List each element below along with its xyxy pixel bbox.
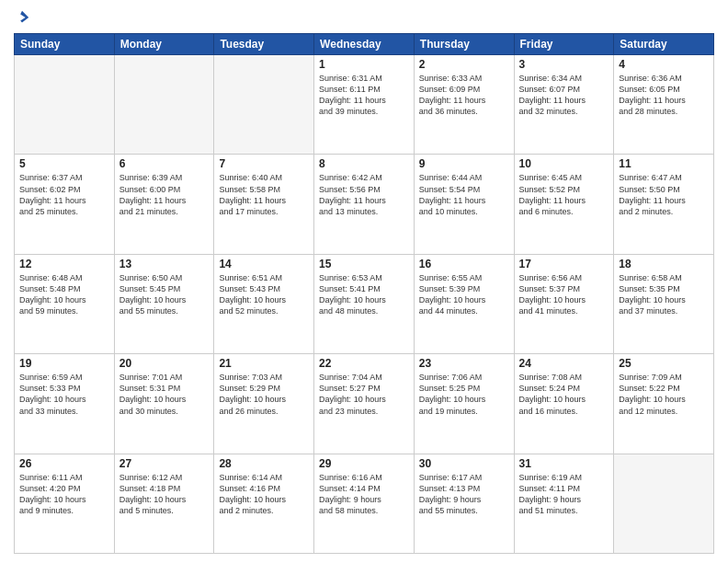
col-header-wednesday: Wednesday	[314, 34, 415, 55]
col-header-sunday: Sunday	[15, 34, 115, 55]
day-info: Sunrise: 6:40 AM Sunset: 5:58 PM Dayligh…	[219, 172, 309, 217]
day-number: 19	[19, 357, 109, 370]
day-number: 17	[519, 258, 609, 270]
day-number: 18	[619, 258, 709, 270]
day-info: Sunrise: 6:58 AM Sunset: 5:35 PM Dayligh…	[619, 272, 709, 317]
col-header-tuesday: Tuesday	[214, 34, 314, 55]
page: SundayMondayTuesdayWednesdayThursdayFrid…	[0, 0, 728, 563]
day-info: Sunrise: 6:50 AM Sunset: 5:45 PM Dayligh…	[119, 272, 210, 317]
day-number: 22	[319, 357, 409, 370]
col-header-friday: Friday	[514, 34, 614, 55]
day-number: 11	[619, 157, 709, 170]
day-info: Sunrise: 6:36 AM Sunset: 6:05 PM Dayligh…	[619, 73, 709, 118]
col-header-saturday: Saturday	[614, 34, 714, 55]
day-info: Sunrise: 6:16 AM Sunset: 4:14 PM Dayligh…	[319, 472, 409, 517]
day-number: 7	[219, 157, 309, 170]
day-number: 24	[519, 357, 609, 370]
calendar-empty	[15, 55, 115, 155]
day-number: 8	[319, 157, 409, 170]
calendar-week-4: 19Sunrise: 6:59 AM Sunset: 5:33 PM Dayli…	[15, 354, 714, 454]
day-number: 1	[319, 58, 409, 71]
day-info: Sunrise: 6:19 AM Sunset: 4:11 PM Dayligh…	[519, 472, 609, 517]
calendar-header-row: SundayMondayTuesdayWednesdayThursdayFrid…	[15, 34, 714, 55]
day-info: Sunrise: 6:48 AM Sunset: 5:48 PM Dayligh…	[19, 272, 109, 317]
calendar-day-16: 16Sunrise: 6:55 AM Sunset: 5:39 PM Dayli…	[414, 254, 514, 353]
calendar-day-9: 9Sunrise: 6:44 AM Sunset: 5:54 PM Daylig…	[414, 155, 514, 254]
calendar-day-17: 17Sunrise: 6:56 AM Sunset: 5:37 PM Dayli…	[514, 254, 614, 353]
day-info: Sunrise: 6:59 AM Sunset: 5:33 PM Dayligh…	[19, 372, 109, 417]
day-number: 5	[19, 157, 109, 170]
day-info: Sunrise: 6:17 AM Sunset: 4:13 PM Dayligh…	[419, 472, 509, 517]
day-number: 29	[319, 457, 409, 470]
day-number: 26	[19, 457, 109, 470]
day-number: 13	[119, 258, 210, 270]
calendar-day-31: 31Sunrise: 6:19 AM Sunset: 4:11 PM Dayli…	[514, 454, 614, 553]
col-header-monday: Monday	[114, 34, 214, 55]
calendar-day-6: 6Sunrise: 6:39 AM Sunset: 6:00 PM Daylig…	[114, 155, 214, 254]
day-info: Sunrise: 7:08 AM Sunset: 5:24 PM Dayligh…	[519, 372, 609, 417]
calendar-day-29: 29Sunrise: 6:16 AM Sunset: 4:14 PM Dayli…	[314, 454, 415, 553]
day-info: Sunrise: 7:06 AM Sunset: 5:25 PM Dayligh…	[419, 372, 509, 417]
day-number: 30	[419, 457, 509, 470]
day-info: Sunrise: 6:42 AM Sunset: 5:56 PM Dayligh…	[319, 172, 409, 217]
day-info: Sunrise: 6:44 AM Sunset: 5:54 PM Dayligh…	[419, 172, 509, 217]
day-number: 2	[419, 58, 509, 71]
day-number: 31	[519, 457, 609, 470]
day-number: 28	[219, 457, 309, 470]
calendar-day-24: 24Sunrise: 7:08 AM Sunset: 5:24 PM Dayli…	[514, 354, 614, 454]
calendar-day-10: 10Sunrise: 6:45 AM Sunset: 5:52 PM Dayli…	[514, 155, 614, 254]
calendar-day-3: 3Sunrise: 6:34 AM Sunset: 6:07 PM Daylig…	[514, 55, 614, 155]
logo-icon	[14, 9, 30, 26]
day-info: Sunrise: 6:39 AM Sunset: 6:00 PM Dayligh…	[119, 172, 210, 217]
calendar-day-19: 19Sunrise: 6:59 AM Sunset: 5:33 PM Dayli…	[15, 354, 115, 454]
day-number: 9	[419, 157, 509, 170]
logo	[14, 9, 32, 26]
day-info: Sunrise: 6:31 AM Sunset: 6:11 PM Dayligh…	[319, 73, 409, 118]
day-info: Sunrise: 7:04 AM Sunset: 5:27 PM Dayligh…	[319, 372, 409, 417]
calendar-day-20: 20Sunrise: 7:01 AM Sunset: 5:31 PM Dayli…	[114, 354, 214, 454]
day-number: 3	[519, 58, 609, 71]
calendar-day-23: 23Sunrise: 7:06 AM Sunset: 5:25 PM Dayli…	[414, 354, 514, 454]
calendar-day-14: 14Sunrise: 6:51 AM Sunset: 5:43 PM Dayli…	[214, 254, 314, 353]
calendar-day-1: 1Sunrise: 6:31 AM Sunset: 6:11 PM Daylig…	[314, 55, 415, 155]
day-info: Sunrise: 6:55 AM Sunset: 5:39 PM Dayligh…	[419, 272, 509, 317]
header	[14, 9, 714, 26]
day-number: 25	[619, 357, 709, 370]
calendar-day-13: 13Sunrise: 6:50 AM Sunset: 5:45 PM Dayli…	[114, 254, 214, 353]
day-number: 14	[219, 258, 309, 270]
calendar-day-7: 7Sunrise: 6:40 AM Sunset: 5:58 PM Daylig…	[214, 155, 314, 254]
day-info: Sunrise: 6:14 AM Sunset: 4:16 PM Dayligh…	[219, 472, 309, 517]
day-number: 16	[419, 258, 509, 270]
day-number: 27	[119, 457, 210, 470]
day-number: 4	[619, 58, 709, 71]
calendar-day-12: 12Sunrise: 6:48 AM Sunset: 5:48 PM Dayli…	[15, 254, 115, 353]
calendar-empty	[614, 454, 714, 553]
calendar-day-25: 25Sunrise: 7:09 AM Sunset: 5:22 PM Dayli…	[614, 354, 714, 454]
calendar-empty	[214, 55, 314, 155]
calendar-day-18: 18Sunrise: 6:58 AM Sunset: 5:35 PM Dayli…	[614, 254, 714, 353]
calendar-week-3: 12Sunrise: 6:48 AM Sunset: 5:48 PM Dayli…	[15, 254, 714, 353]
day-number: 21	[219, 357, 309, 370]
calendar-day-22: 22Sunrise: 7:04 AM Sunset: 5:27 PM Dayli…	[314, 354, 415, 454]
day-info: Sunrise: 7:09 AM Sunset: 5:22 PM Dayligh…	[619, 372, 709, 417]
calendar-day-8: 8Sunrise: 6:42 AM Sunset: 5:56 PM Daylig…	[314, 155, 415, 254]
calendar-day-28: 28Sunrise: 6:14 AM Sunset: 4:16 PM Dayli…	[214, 454, 314, 553]
day-number: 6	[119, 157, 210, 170]
calendar-empty	[114, 55, 214, 155]
calendar-day-15: 15Sunrise: 6:53 AM Sunset: 5:41 PM Dayli…	[314, 254, 415, 353]
day-info: Sunrise: 6:12 AM Sunset: 4:18 PM Dayligh…	[119, 472, 210, 517]
day-info: Sunrise: 6:47 AM Sunset: 5:50 PM Dayligh…	[619, 172, 709, 217]
day-info: Sunrise: 6:51 AM Sunset: 5:43 PM Dayligh…	[219, 272, 309, 317]
calendar-day-30: 30Sunrise: 6:17 AM Sunset: 4:13 PM Dayli…	[414, 454, 514, 553]
day-info: Sunrise: 7:03 AM Sunset: 5:29 PM Dayligh…	[219, 372, 309, 417]
calendar-day-5: 5Sunrise: 6:37 AM Sunset: 6:02 PM Daylig…	[15, 155, 115, 254]
col-header-thursday: Thursday	[414, 34, 514, 55]
day-info: Sunrise: 6:33 AM Sunset: 6:09 PM Dayligh…	[419, 73, 509, 118]
calendar-day-2: 2Sunrise: 6:33 AM Sunset: 6:09 PM Daylig…	[414, 55, 514, 155]
day-number: 23	[419, 357, 509, 370]
day-number: 10	[519, 157, 609, 170]
calendar-week-5: 26Sunrise: 6:11 AM Sunset: 4:20 PM Dayli…	[15, 454, 714, 553]
day-info: Sunrise: 6:34 AM Sunset: 6:07 PM Dayligh…	[519, 73, 609, 118]
day-number: 20	[119, 357, 210, 370]
day-info: Sunrise: 6:53 AM Sunset: 5:41 PM Dayligh…	[319, 272, 409, 317]
